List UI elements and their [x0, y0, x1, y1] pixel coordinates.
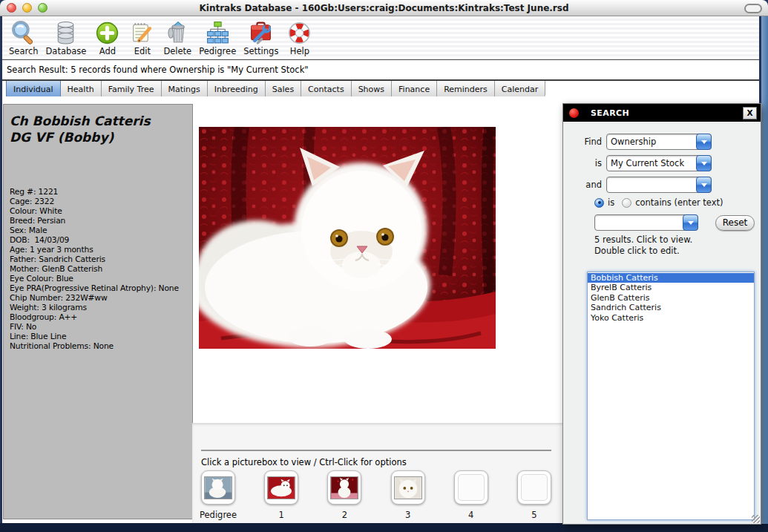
settings-button[interactable]: Settings: [240, 19, 282, 56]
tab-matings[interactable]: Matings: [162, 81, 208, 98]
picturebox-cell: 5: [513, 470, 556, 520]
toolbar: Search Database Add Edit: [2, 16, 759, 60]
record-name: Ch Bobbish Catteris DG VF (Bobby): [10, 114, 171, 146]
result-item[interactable]: Yoko Catteris: [588, 313, 754, 323]
and-value-dropdown[interactable]: [606, 177, 712, 193]
chevron-down-icon: [696, 155, 712, 171]
tab-label: Reminders: [444, 85, 488, 94]
minimize-window-button[interactable]: [22, 3, 32, 13]
results-hint-line2: Double click to edit.: [594, 246, 692, 257]
radio-contains[interactable]: [622, 198, 631, 208]
picturebox-pedigree[interactable]: [201, 470, 235, 505]
traffic-lights: [7, 3, 47, 13]
picturebox-1[interactable]: [264, 470, 298, 505]
thumbnail-cat-3: [330, 476, 358, 499]
edit-icon: [128, 19, 156, 47]
find-label: Find: [563, 137, 606, 147]
tab-finance[interactable]: Finance: [392, 81, 437, 98]
results-list[interactable]: Bobbish Catteris ByrelB Catteris GlenB C…: [587, 272, 755, 520]
tab-label: Sales: [272, 85, 294, 94]
search-panel-title: SEARCH: [591, 108, 629, 118]
picturebox-label: 3: [405, 510, 410, 520]
zoom-window-button[interactable]: [38, 3, 47, 13]
empty-thumbnail: [458, 474, 485, 501]
picturebox-label: 1: [279, 510, 284, 520]
tab-label: Calendar: [502, 85, 538, 94]
empty-thumbnail: [521, 474, 548, 501]
picturebox-3[interactable]: [391, 470, 425, 505]
tab-calendar[interactable]: Calendar: [495, 81, 545, 98]
reset-button[interactable]: Reset: [715, 215, 755, 231]
tab-label: Inbreeding: [214, 85, 258, 94]
pedigree-icon: [204, 19, 232, 47]
radio-is-label: is: [608, 197, 614, 208]
search-panel-header[interactable]: SEARCH X: [563, 104, 761, 122]
toolbar-item-label: Settings: [243, 47, 278, 56]
settings-icon: [247, 19, 275, 47]
picturebox-cell: 1: [260, 470, 303, 520]
picturebox-label: Pedigree: [200, 510, 237, 520]
add-button[interactable]: Add: [90, 19, 125, 56]
radio-contains-label: contains (enter text): [635, 197, 723, 208]
detail-line: Nutritional Problems: None: [10, 341, 186, 351]
tab-label: Finance: [398, 85, 430, 94]
database-button[interactable]: Database: [42, 19, 91, 56]
pedigree-button[interactable]: Pedigree: [195, 19, 240, 56]
collapse-widget[interactable]: [744, 4, 762, 13]
separator-line: [201, 450, 551, 451]
find-field-dropdown[interactable]: Ownership: [606, 134, 712, 150]
result-item[interactable]: GlenB Catteris: [588, 293, 754, 303]
resize-grip[interactable]: [752, 515, 760, 523]
result-item[interactable]: Bobbish Catteris: [588, 273, 754, 283]
toolbar-item-label: Database: [46, 47, 87, 56]
add-icon: [93, 19, 121, 47]
tab-label: Matings: [168, 85, 200, 94]
result-item[interactable]: ByrelB Catteris: [588, 283, 754, 292]
and-label: and: [563, 180, 606, 190]
picturebox-label: 5: [531, 510, 536, 520]
tab-label: Family Tree: [108, 85, 154, 94]
record-summary-panel: Ch Bobbish Catteris DG VF (Bobby) Reg #:…: [3, 104, 193, 519]
result-name: ByrelB Catteris: [591, 283, 652, 292]
close-window-button[interactable]: [7, 3, 16, 13]
tab-shows[interactable]: Shows: [352, 81, 392, 98]
help-button[interactable]: Help: [282, 19, 317, 56]
tab-label: Health: [68, 85, 94, 94]
delete-button[interactable]: Delete: [160, 19, 195, 56]
picturebox-2[interactable]: [327, 470, 361, 505]
tab-health[interactable]: Health: [61, 81, 102, 98]
detail-line: Bloodgroup: A++: [10, 312, 186, 322]
search-button[interactable]: Search: [5, 19, 42, 56]
edit-button[interactable]: Edit: [125, 19, 160, 56]
thumbnail-cat-4: [394, 476, 422, 499]
tab-sales[interactable]: Sales: [266, 81, 301, 98]
is-value-dropdown[interactable]: My Current Stock: [606, 155, 712, 171]
detail-line: Sex: Male: [10, 226, 186, 235]
tab-inbreeding[interactable]: Inbreeding: [208, 81, 266, 98]
tab-reminders[interactable]: Reminders: [437, 81, 495, 98]
app-dot-icon: [569, 108, 579, 118]
value-dropdown[interactable]: [594, 214, 698, 231]
delete-icon: [164, 19, 191, 47]
tab-label: Contacts: [308, 85, 344, 94]
picturebox-4[interactable]: [454, 470, 488, 505]
result-name: GlenB Catteris: [591, 293, 650, 303]
chevron-down-icon: [696, 177, 712, 193]
toolbar-item-label: Help: [290, 47, 309, 56]
radio-is[interactable]: [594, 198, 604, 208]
window-title: Kintraks Database - 160Gb:Users:craig:Do…: [199, 3, 568, 13]
picturebox-5[interactable]: [517, 470, 551, 505]
main-photo-cat: [199, 127, 496, 349]
tab-individual[interactable]: Individual: [6, 81, 61, 98]
result-item[interactable]: Sandrich Catteris: [588, 303, 754, 312]
picturebox-cell: 2: [323, 470, 366, 520]
is-label: is: [563, 158, 606, 168]
tab-contacts[interactable]: Contacts: [301, 81, 352, 98]
detail-line: Chip Number: 232W#ww: [10, 293, 186, 303]
tab-family-tree[interactable]: Family Tree: [102, 81, 162, 98]
close-panel-button[interactable]: X: [743, 107, 757, 119]
results-hint: 5 results. Click to view. Double click t…: [594, 234, 692, 257]
window-titlebar[interactable]: Kintraks Database - 160Gb:Users:craig:Do…: [0, 0, 768, 16]
detail-line: Line: Blue Line: [10, 332, 186, 341]
thumbnail-cat-2: [267, 476, 295, 499]
